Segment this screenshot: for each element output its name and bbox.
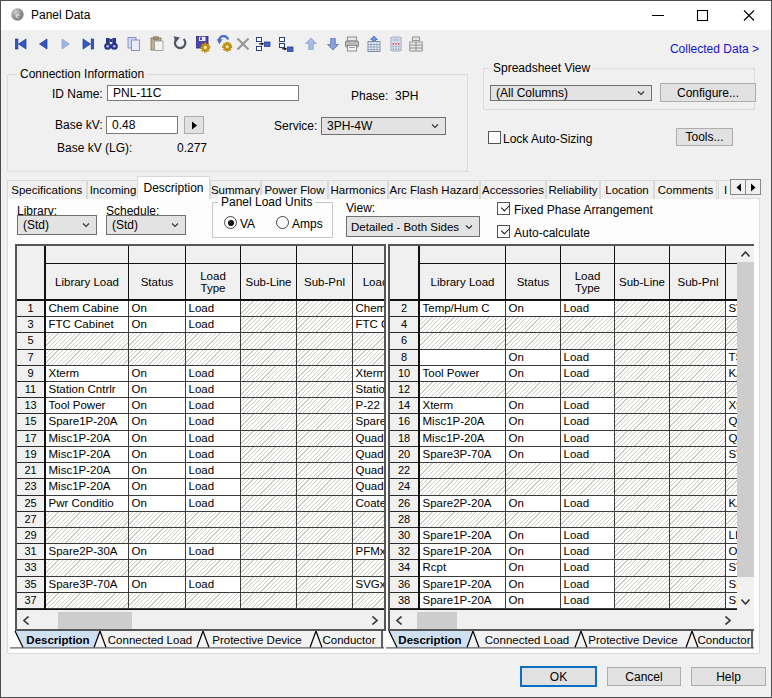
svg-text:e: e (16, 10, 20, 20)
svg-text:Connected Load: Connected Load (108, 634, 192, 646)
svg-text:Description: Description (398, 634, 461, 646)
svg-text:Connected Load: Connected Load (485, 634, 569, 646)
svg-text:Protective Device: Protective Device (588, 634, 677, 646)
svg-text:Conductor: Conductor (697, 634, 750, 646)
svg-text:Conductor: Conductor (322, 634, 375, 646)
svg-text:Description: Description (26, 634, 89, 646)
svg-text:Protective Device: Protective Device (212, 634, 301, 646)
